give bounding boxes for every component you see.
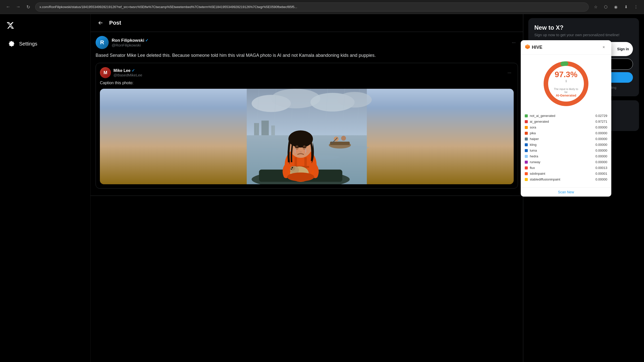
post-title: Post xyxy=(109,20,121,26)
score-item: not_ai_generated 0.02729 xyxy=(525,113,607,119)
svg-point-22 xyxy=(341,136,346,141)
score-item: luma 0.00000 xyxy=(525,148,607,153)
score-item: kling 0.00000 xyxy=(525,142,607,148)
quoted-verified-badge: ✓ xyxy=(132,68,135,73)
score-list: not_ai_generated 0.02729 ai_generated 0.… xyxy=(525,113,607,183)
hive-close-button[interactable]: × xyxy=(600,44,607,51)
back-nav-button[interactable]: ← xyxy=(4,3,12,11)
quoted-more-button[interactable]: ··· xyxy=(505,68,514,77)
quoted-avatar: M xyxy=(100,67,111,78)
quoted-author-row: M Mike Lee ✓ @BasedMikeLee ··· xyxy=(100,67,514,78)
author-handle: @RonFilipkowski xyxy=(112,43,506,47)
score-item: sdxlinpaint 0.00001 xyxy=(525,171,607,176)
reload-button[interactable]: ↻ xyxy=(24,3,32,11)
svg-rect-5 xyxy=(254,123,259,135)
browser-chrome: ← → ↻ x.com/RonFilipkowski/status/184195… xyxy=(0,0,644,14)
donut-label-ai: AI-Generated xyxy=(553,94,579,97)
score-value: 0.00000 xyxy=(592,177,607,181)
score-color xyxy=(525,143,528,146)
score-name: ai_generated xyxy=(530,120,590,123)
author-name: Ron Filipkowski ✓ xyxy=(112,38,506,43)
hive-title: HIVE xyxy=(532,45,542,50)
score-value: 0.00001 xyxy=(592,172,607,175)
url-bar[interactable]: x.com/RonFilipkowski/status/184195534992… xyxy=(35,3,589,12)
score-color xyxy=(525,138,528,141)
score-color xyxy=(525,114,528,117)
quoted-author-handle: @BasedMikeLee xyxy=(113,73,503,77)
score-color xyxy=(525,161,528,164)
svg-rect-6 xyxy=(261,121,269,135)
score-name: hedra xyxy=(530,154,590,158)
svg-point-41 xyxy=(299,151,302,153)
hive-content: 97.3% ℹ The input is likely to be AI-Gen… xyxy=(521,55,611,187)
svg-point-36 xyxy=(291,169,292,170)
donut-label-small: The input is likely to be xyxy=(553,87,579,94)
scan-new-label: Scan New xyxy=(558,190,574,194)
close-icon: × xyxy=(602,45,605,50)
url-text: x.com/RonFilipkowski/status/184195534992… xyxy=(39,5,297,9)
svg-point-42 xyxy=(293,149,299,153)
score-color xyxy=(525,126,528,129)
score-item: runway 0.00000 xyxy=(525,159,607,165)
scan-new-button[interactable]: Scan New xyxy=(558,190,574,194)
score-color xyxy=(525,120,528,123)
score-name: sora xyxy=(530,125,590,129)
menu-icon[interactable]: ⋮ xyxy=(632,3,640,11)
browser-nav: ← → ↻ xyxy=(4,3,32,11)
x-logo[interactable] xyxy=(4,19,17,32)
sidebar: Settings xyxy=(0,14,91,362)
score-item: flux 0.00013 xyxy=(525,165,607,171)
score-value: 0.00000 xyxy=(592,137,607,141)
score-name: not_ai_generated xyxy=(530,114,590,118)
score-name: stablediffusioninpaint xyxy=(530,177,590,181)
score-item: sora 0.00000 xyxy=(525,124,607,130)
flood-image xyxy=(100,89,514,184)
avatar: R xyxy=(96,36,109,49)
new-to-x-subtitle: Sign up now to get your own personalized… xyxy=(534,33,633,37)
score-color xyxy=(525,166,528,169)
svg-point-43 xyxy=(303,149,308,153)
score-value: 0.00000 xyxy=(592,149,607,152)
main-content: Post R Ron Filipkowski ✓ @RonFilipkowski… xyxy=(91,14,523,362)
info-icon: ℹ xyxy=(566,79,567,83)
svg-point-35 xyxy=(292,167,293,168)
hive-panel: HIVE × 97.3% ℹ The input is likely to be xyxy=(521,40,611,197)
download-icon[interactable]: ⬇ xyxy=(622,3,630,11)
score-item: other_image_generators 0.00001 xyxy=(525,182,607,183)
sidebar-item-settings[interactable]: Settings xyxy=(4,37,86,51)
svg-point-4 xyxy=(337,92,372,108)
author-info: Ron Filipkowski ✓ @RonFilipkowski xyxy=(112,38,506,47)
score-value: 0.02729 xyxy=(592,114,607,118)
score-color xyxy=(525,149,528,152)
signin-btn-text: Sign in xyxy=(617,47,629,51)
settings-icon xyxy=(8,40,15,47)
quoted-text: Caption this photo: xyxy=(100,81,514,85)
score-item: hedra 0.00000 xyxy=(525,153,607,159)
donut-center: 97.3% ℹ The input is likely to be AI-Gen… xyxy=(553,70,579,97)
score-value: 0.97271 xyxy=(592,120,607,123)
settings-label: Settings xyxy=(19,41,37,47)
score-value: 0.00013 xyxy=(592,166,607,170)
score-item: pika 0.00000 xyxy=(525,130,607,136)
tweet-more-button[interactable]: ··· xyxy=(509,38,518,47)
hive-logo-icon xyxy=(525,44,530,51)
hive-footer: Scan New xyxy=(521,187,611,197)
score-name: pika xyxy=(530,131,590,135)
svg-point-34 xyxy=(290,166,295,171)
quoted-tweet[interactable]: M Mike Lee ✓ @BasedMikeLee ··· Caption t… xyxy=(96,63,518,189)
tweet-text: Based Senator Mike Lee deleted this. Bec… xyxy=(96,52,518,59)
forward-nav-button[interactable]: → xyxy=(14,3,22,11)
score-item: stablediffusioninpaint 0.00000 xyxy=(525,176,607,182)
bookmark-icon[interactable]: ☆ xyxy=(592,3,600,11)
tweet-container: R Ron Filipkowski ✓ @RonFilipkowski ··· … xyxy=(91,32,523,196)
post-header: Post xyxy=(91,14,523,32)
donut-percentage: 97.3% ℹ xyxy=(553,70,579,86)
quoted-author-name: Mike Lee ✓ xyxy=(113,68,503,73)
score-item: ai_generated 0.97271 xyxy=(525,119,607,124)
score-name: kling xyxy=(530,143,590,147)
back-button[interactable] xyxy=(96,18,105,28)
google-accounts-icon[interactable]: ◉ xyxy=(612,3,620,11)
extensions-icon[interactable]: ⬡ xyxy=(602,3,610,11)
score-value: 0.00000 xyxy=(592,160,607,164)
browser-actions: ☆ ⬡ ◉ ⬇ ⋮ xyxy=(592,3,640,11)
